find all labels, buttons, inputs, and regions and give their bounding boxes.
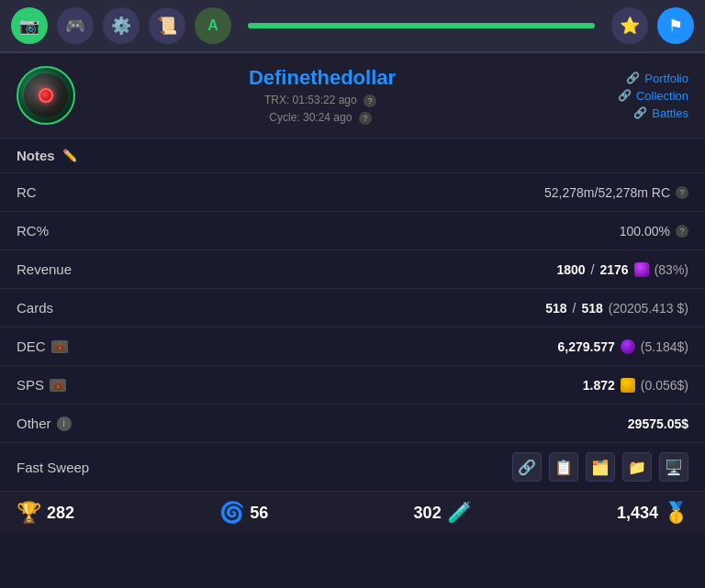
sweep-row: Fast Sweep 🔗 📋 🗂️ 📁 🖥️	[0, 443, 705, 492]
vortex-stat: 🌀 56	[219, 501, 268, 525]
avatar	[17, 66, 75, 125]
dec-value: 6,279.577 (5.184$)	[558, 339, 688, 354]
dec-token-icon	[621, 339, 635, 354]
edit-icon[interactable]: ✏️	[62, 149, 77, 162]
battles-link[interactable]: 🔗 Battles	[633, 106, 688, 120]
other-value: 29575.05$	[628, 416, 688, 431]
rc-help-icon[interactable]: ?	[676, 186, 688, 199]
notes-label: Notes	[17, 148, 55, 163]
rc-percent-help-icon[interactable]: ?	[676, 225, 688, 238]
main-content: Notes ✏️ RC 52,278m/52,278m RC ? RC% 100…	[0, 139, 705, 534]
revenue-row: Revenue 1800 / 2176 (83%)	[0, 250, 705, 289]
cards-row: Cards 518 / 518 (20205.413 $)	[0, 289, 705, 327]
gamepad-icon[interactable]: 🎮	[57, 7, 94, 44]
profile-links: 🔗 Portfolio 🔗 Collection 🔗 Battles	[569, 72, 688, 120]
other-row: Other i 29575.05$	[0, 405, 705, 443]
other-label: Other i	[17, 416, 72, 431]
flag-icon[interactable]: ⚑	[657, 7, 694, 44]
potion-icon: 🧪	[447, 501, 472, 525]
rc-row: RC 52,278m/52,278m RC ?	[0, 173, 705, 212]
cycle-help-icon[interactable]: ?	[359, 112, 372, 125]
avatar-inner	[24, 73, 68, 117]
progress-bar	[248, 23, 595, 28]
badge-icon: 🥇	[664, 501, 688, 525]
link-icon-portfolio: 🔗	[626, 72, 640, 84]
sps-wallet-icon[interactable]: 💼	[50, 379, 66, 392]
trophy-stat: 🏆 282	[17, 501, 74, 525]
profile-cycle: Cycle: 30:24 ago ?	[92, 111, 553, 125]
cards-value: 518 / 518 (20205.413 $)	[545, 301, 688, 316]
other-info-icon[interactable]: i	[57, 416, 72, 431]
nav-right-icons: ⭐ ⚑	[611, 7, 694, 44]
bottom-stats: 🏆 282 🌀 56 302 🧪 1,434 🥇	[0, 492, 705, 534]
sweep-btn-3[interactable]: 🗂️	[586, 452, 615, 482]
badge-value: 1,434	[617, 504, 658, 523]
score-stat: 302 🧪	[414, 501, 472, 525]
profile-header: Definethedollar TRX: 01:53:22 ago ? Cycl…	[0, 53, 705, 139]
rc-label: RC	[17, 184, 37, 200]
profile-trx: TRX: 01:53:22 ago ?	[92, 94, 553, 107]
sps-label: SPS 💼	[17, 377, 66, 393]
dec-row: DEC 💼 6,279.577 (5.184$)	[0, 327, 705, 366]
sps-value: 1.872 (0.056$)	[583, 378, 688, 393]
sweep-btn-5[interactable]: 🖥️	[659, 452, 688, 482]
sweep-btn-1[interactable]: 🔗	[512, 452, 542, 482]
portfolio-link[interactable]: 🔗 Portfolio	[626, 72, 688, 85]
sweep-label: Fast Sweep	[17, 460, 89, 475]
rc-value: 52,278m/52,278m RC ?	[544, 185, 688, 200]
dec-label: DEC 💼	[17, 338, 68, 354]
cards-label: Cards	[17, 300, 53, 316]
collection-link[interactable]: 🔗 Collection	[618, 89, 688, 103]
rc-percent-row: RC% 100.00% ?	[0, 212, 705, 250]
dec-wallet-icon[interactable]: 💼	[51, 340, 68, 353]
rc-percent-value: 100.00% ?	[620, 224, 688, 239]
sweep-icons: 🔗 📋 🗂️ 📁 🖥️	[512, 452, 688, 482]
link-icon-collection: 🔗	[618, 89, 632, 102]
rc-percent-label: RC%	[17, 223, 49, 239]
trophy-value: 282	[47, 504, 74, 523]
sweep-btn-2[interactable]: 📋	[549, 452, 578, 482]
user-icon[interactable]: A	[195, 7, 231, 44]
profile-center: Definethedollar TRX: 01:53:22 ago ? Cycl…	[92, 66, 553, 125]
revenue-gem-icon	[634, 262, 649, 277]
link-icon-battles: 🔗	[633, 106, 647, 119]
settings-icon[interactable]: ⚙️	[103, 7, 140, 44]
sweep-btn-4[interactable]: 📁	[622, 452, 652, 482]
notes-row: Notes ✏️	[0, 139, 705, 173]
profile-name: Definethedollar	[92, 66, 553, 90]
camera-icon[interactable]: 📷	[11, 7, 48, 44]
revenue-label: Revenue	[17, 261, 72, 277]
badge-stat: 1,434 🥇	[617, 501, 688, 525]
trophy-icon: 🏆	[17, 501, 41, 525]
vortex-value: 56	[250, 504, 268, 523]
trx-help-icon[interactable]: ?	[364, 94, 376, 107]
scroll-icon[interactable]: 📜	[149, 7, 185, 44]
vortex-icon: 🌀	[219, 501, 244, 525]
revenue-value: 1800 / 2176 (83%)	[556, 262, 688, 277]
score-value: 302	[414, 504, 442, 523]
sps-token-icon	[621, 378, 635, 393]
top-nav: 📷 🎮 ⚙️ 📜 A ⭐ ⚑	[0, 0, 705, 53]
sps-row: SPS 💼 1.872 (0.056$)	[0, 366, 705, 405]
avatar-eye	[39, 88, 53, 103]
star-icon[interactable]: ⭐	[611, 7, 648, 44]
